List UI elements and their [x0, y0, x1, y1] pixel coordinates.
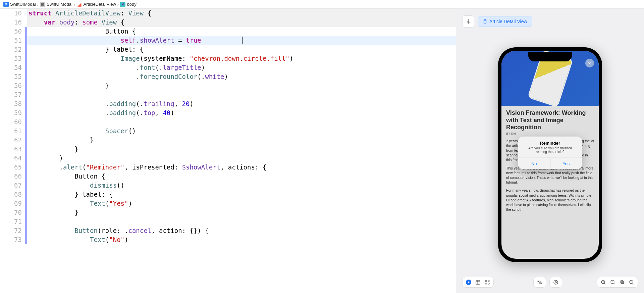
zoom-in-button[interactable] — [600, 279, 607, 286]
preview-controls-left — [462, 277, 494, 288]
code-line[interactable]: .foregroundColor(.white) — [27, 72, 456, 81]
alert-message: Are you sure you are finished reading th… — [518, 146, 582, 158]
svg-rect-7 — [488, 283, 489, 284]
device-settings-button[interactable] — [536, 279, 543, 286]
clipboard-icon — [483, 19, 487, 24]
code-line[interactable]: } — [27, 208, 456, 217]
swift-icon: ◢ — [77, 2, 82, 7]
preview-canvas: Article Detail View Vision Framework: Wo… — [456, 9, 644, 293]
svg-rect-3 — [476, 280, 480, 284]
code-line[interactable]: self.showAlert = true — [27, 36, 456, 45]
preview-label-text: Article Detail View — [489, 19, 527, 24]
code-line[interactable]: Spacer() — [27, 127, 456, 136]
device-screen[interactable]: Vision Framework: Working with Text and … — [501, 51, 599, 259]
svg-point-10 — [538, 281, 539, 282]
device-frame: Vision Framework: Working with Text and … — [498, 47, 602, 262]
breadcrumb-item[interactable]: ⧉ SwiftUIModal — [3, 2, 36, 7]
line-number: 55 — [0, 72, 22, 81]
breadcrumb-label: ArticleDetailView — [84, 2, 116, 7]
preview-label-button[interactable]: Article Detail View — [478, 16, 532, 27]
breadcrumb-label: SwiftUIModal — [10, 2, 36, 7]
hero-image — [501, 51, 599, 106]
zoom-actual-button[interactable] — [609, 279, 616, 286]
line-number: 10 — [0, 9, 22, 18]
code-line[interactable]: } label: { — [27, 45, 456, 54]
line-number: 73 — [0, 235, 22, 244]
svg-rect-6 — [485, 283, 487, 284]
alert-dialog: Reminder Are you sure you are finished r… — [518, 137, 582, 169]
svg-rect-17 — [621, 281, 623, 283]
code-line[interactable]: Text("Yes") — [27, 199, 456, 208]
code-line[interactable]: Button { — [27, 172, 456, 181]
code-line[interactable]: Button(role: .cancel, action: {}) { — [27, 226, 456, 235]
line-number: 59 — [0, 108, 22, 117]
chevron-right-icon: › — [117, 2, 119, 7]
line-number: 57 — [0, 90, 22, 99]
svg-point-13 — [555, 282, 556, 283]
breadcrumb-label: SwiftUIModal — [47, 2, 72, 7]
pin-button[interactable] — [462, 15, 474, 28]
code-editor[interactable]: 1016505152535455565758596061626364656667… — [0, 9, 456, 293]
line-number: 52 — [0, 45, 22, 54]
code-line[interactable]: .font(.largeTitle) — [27, 63, 456, 72]
svg-point-11 — [541, 283, 542, 284]
code-line[interactable]: } label: { — [27, 190, 456, 199]
alert-yes-button[interactable]: Yes — [550, 158, 582, 169]
code-line[interactable]: } — [27, 81, 456, 90]
alert-no-button[interactable]: No — [518, 158, 550, 169]
line-number: 56 — [0, 81, 22, 90]
breadcrumb-item[interactable]: ▦ SwiftUIModal — [40, 2, 72, 7]
line-number: 69 — [0, 199, 22, 208]
preview-zoom-controls — [597, 277, 638, 288]
code-line[interactable]: struct ArticleDetailView: View { — [27, 9, 456, 18]
svg-rect-4 — [485, 280, 487, 282]
close-button[interactable] — [585, 59, 594, 67]
line-number: 53 — [0, 54, 22, 63]
line-number: 60 — [0, 117, 22, 127]
line-number: 67 — [0, 181, 22, 190]
svg-rect-5 — [488, 280, 489, 282]
code-line[interactable]: Button { — [27, 27, 456, 36]
breadcrumb-label: body — [127, 2, 136, 7]
code-line[interactable]: ) — [27, 154, 456, 163]
property-icon: P — [120, 2, 125, 7]
svg-point-16 — [620, 280, 624, 284]
line-number: 65 — [0, 163, 22, 172]
code-line[interactable] — [27, 90, 456, 99]
breadcrumb-item[interactable]: ◢ ArticleDetailView — [77, 2, 116, 7]
line-number: 71 — [0, 217, 22, 226]
breadcrumb: ⧉ SwiftUIModal › ▦ SwiftUIModal › ◢ Arti… — [0, 0, 644, 9]
code-line[interactable] — [27, 117, 456, 127]
line-number: 50 — [0, 27, 22, 36]
code-line[interactable]: Image(systemName: "chevron.down.circle.f… — [27, 54, 456, 63]
code-line[interactable]: .padding(.trailing, 20) — [27, 99, 456, 108]
code-line[interactable]: } — [27, 136, 456, 145]
play-button[interactable] — [465, 279, 472, 286]
zoom-fit-button[interactable] — [619, 279, 626, 286]
code-line[interactable]: .padding(.top, 40) — [27, 108, 456, 117]
line-number: 16 — [0, 18, 22, 27]
code-line[interactable]: dismiss() — [27, 181, 456, 190]
code-line[interactable]: Text("No") — [27, 235, 456, 244]
line-number: 72 — [0, 226, 22, 235]
line-number: 62 — [0, 136, 22, 145]
chevron-right-icon: › — [74, 2, 75, 7]
article-paragraph: For many years now, Snapchat has reigned… — [506, 188, 594, 212]
code-line[interactable]: .alert("Reminder", isPresented: $showAle… — [27, 163, 456, 172]
preview-controls-settings — [549, 277, 562, 288]
line-number: 58 — [0, 99, 22, 108]
zoom-out-button[interactable] — [628, 279, 635, 286]
variants-button[interactable] — [484, 279, 491, 286]
preview-controls-orientation — [533, 277, 546, 288]
code-line[interactable]: var body: some View { — [27, 18, 456, 27]
breadcrumb-item[interactable]: P body — [120, 2, 136, 7]
app-icon: ⧉ — [3, 2, 9, 7]
code-line[interactable]: } — [27, 145, 456, 154]
code-line[interactable] — [27, 217, 456, 226]
selectable-button[interactable] — [475, 279, 481, 286]
pin-icon — [466, 19, 471, 24]
line-number: 66 — [0, 172, 22, 181]
line-number: 54 — [0, 63, 22, 72]
preview-settings-button[interactable] — [552, 279, 559, 286]
line-number: 70 — [0, 208, 22, 217]
